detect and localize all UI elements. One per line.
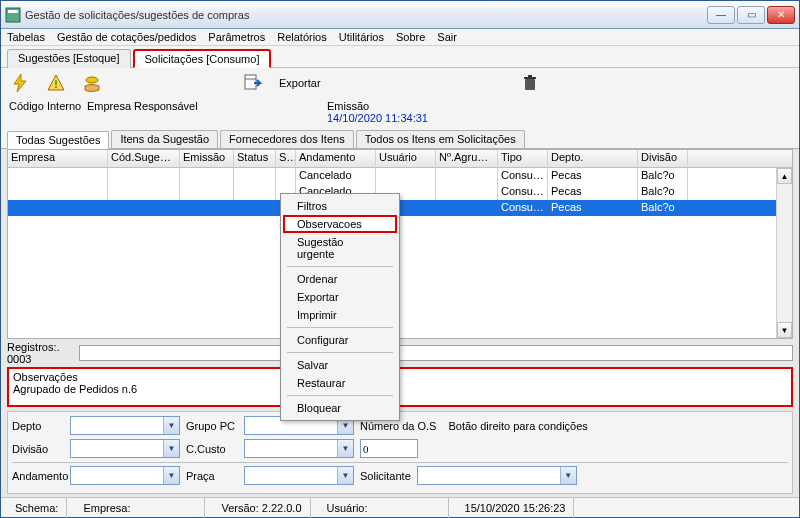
export-label[interactable]: Exportar — [279, 77, 321, 89]
ctx-observacoes[interactable]: Observacoes — [283, 215, 397, 233]
andamento-label: Andamento — [12, 470, 64, 482]
chevron-down-icon[interactable]: ▼ — [163, 467, 179, 484]
ctx-separator — [287, 395, 393, 396]
menu-parametros[interactable]: Parâmetros — [208, 31, 265, 43]
table-row[interactable]: Cancelado ConsumoPecasBalc?o — [8, 184, 792, 200]
solicitante-label: Solicitante — [360, 470, 411, 482]
divisao-combo[interactable]: ▼ — [70, 439, 180, 458]
codigo-interno-label: Código Interno — [9, 100, 87, 124]
context-menu: Filtros Observacoes Sugestão urgente Ord… — [280, 193, 400, 421]
col-sc[interactable]: SC — [276, 150, 296, 166]
svg-rect-10 — [528, 75, 532, 77]
table-row[interactable]: Cancelado ConsumoPecasBalc?o — [8, 168, 792, 184]
chevron-down-icon[interactable]: ▼ — [560, 467, 576, 484]
svg-rect-1 — [8, 10, 18, 13]
numero-os-input[interactable] — [360, 439, 418, 458]
emissao-value: 14/10/2020 11:34:31 — [327, 112, 428, 124]
ccusto-combo[interactable]: ▼ — [244, 439, 354, 458]
menu-sair[interactable]: Sair — [437, 31, 457, 43]
svg-marker-2 — [14, 74, 26, 92]
chevron-down-icon[interactable]: ▼ — [337, 440, 353, 457]
window-title: Gestão de solicitações/sugestões de comp… — [25, 9, 707, 21]
menu-relatorios[interactable]: Relatórios — [277, 31, 327, 43]
grid-scrollbar[interactable]: ▲ ▼ — [776, 168, 792, 338]
col-cod-sugestao[interactable]: Cód.Sugestão — [108, 150, 180, 166]
svg-rect-9 — [524, 77, 536, 79]
ctx-imprimir[interactable]: Imprimir — [283, 306, 397, 324]
observacoes-title: Observações — [13, 371, 787, 383]
menu-sobre[interactable]: Sobre — [396, 31, 425, 43]
col-emissao[interactable]: Emissão — [180, 150, 234, 166]
maximize-button[interactable]: ▭ — [737, 6, 765, 24]
registros-field[interactable] — [79, 345, 793, 361]
col-andamento[interactable]: Andamento — [296, 150, 376, 166]
col-tipo[interactable]: Tipo — [498, 150, 548, 166]
gtab-fornecedores[interactable]: Fornecedores dos Itens — [220, 130, 354, 148]
table-row[interactable]: Com Pedido ConsumoPecasBalc?o — [8, 200, 792, 216]
data-grid[interactable]: Empresa Cód.Sugestão Emissão Status SC A… — [7, 149, 793, 339]
grid-tab-strip: Todas Sugestões Itens da Sugestão Fornec… — [1, 130, 799, 149]
ctx-salvar[interactable]: Salvar — [283, 356, 397, 374]
andamento-combo[interactable]: ▼ — [70, 466, 180, 485]
col-status[interactable]: Status — [234, 150, 276, 166]
divisao-label: Divisão — [12, 443, 64, 455]
tab-sugestoes-estoque[interactable]: Sugestões [Estoque] — [7, 49, 131, 68]
gtab-itens-sugestao[interactable]: Itens da Sugestão — [111, 130, 218, 148]
trash-icon[interactable] — [519, 72, 541, 94]
tab-solicitacoes-consumo[interactable]: Solicitações [Consumo] — [133, 49, 272, 68]
info-bar: Código Interno Empresa Responsável Emiss… — [1, 98, 799, 130]
registros-value: 0003 — [7, 353, 31, 365]
toolbar: Exportar — [1, 68, 799, 98]
ctx-bloquear[interactable]: Bloquear — [283, 399, 397, 417]
ccusto-label: C.Custo — [186, 443, 238, 455]
svg-point-6 — [86, 77, 98, 83]
menu-bar: Tabelas Gestão de cotações/pedidos Parâm… — [1, 29, 799, 46]
praca-combo[interactable]: ▼ — [244, 466, 354, 485]
grupo-pc-label: Grupo PC — [186, 420, 238, 432]
registros-label: Registros:. — [7, 341, 60, 353]
solicitante-combo[interactable]: ▼ — [417, 466, 577, 485]
col-n-agrupada[interactable]: Nº.Agrupada — [436, 150, 498, 166]
menu-gestao[interactable]: Gestão de cotações/pedidos — [57, 31, 196, 43]
emissao-label: Emissão — [327, 100, 428, 112]
col-depto[interactable]: Depto. — [548, 150, 638, 166]
export-icon[interactable] — [241, 72, 263, 94]
ctx-separator — [287, 327, 393, 328]
svg-rect-4 — [55, 80, 57, 85]
app-icon — [5, 7, 21, 23]
observacoes-panel: Observações Agrupado de Pedidos n.6 — [7, 367, 793, 407]
status-versao: Versão: 2.22.0.0 — [213, 498, 310, 518]
close-button[interactable]: ✕ — [767, 6, 795, 24]
minimize-button[interactable]: — — [707, 6, 735, 24]
gtab-todas-sugestoes[interactable]: Todas Sugestões — [7, 131, 109, 149]
depto-combo[interactable]: ▼ — [70, 416, 180, 435]
ctx-ordenar[interactable]: Ordenar — [283, 270, 397, 288]
flash-icon[interactable] — [9, 72, 31, 94]
chevron-down-icon[interactable]: ▼ — [163, 417, 179, 434]
col-usuario[interactable]: Usuário — [376, 150, 436, 166]
hand-coin-icon[interactable] — [81, 72, 103, 94]
ctx-filtros[interactable]: Filtros — [283, 197, 397, 215]
ctx-restaurar[interactable]: Restaurar — [283, 374, 397, 392]
menu-tabelas[interactable]: Tabelas — [7, 31, 45, 43]
ctx-configurar[interactable]: Configurar — [283, 331, 397, 349]
svg-rect-5 — [55, 86, 57, 88]
scroll-down-icon[interactable]: ▼ — [777, 322, 792, 338]
ctx-separator — [287, 352, 393, 353]
grid-header: Empresa Cód.Sugestão Emissão Status SC A… — [8, 150, 792, 168]
warn-icon[interactable] — [45, 72, 67, 94]
col-divisao[interactable]: Divisão — [638, 150, 688, 166]
gtab-todos-itens[interactable]: Todos os Itens em Solicitações — [356, 130, 525, 148]
chevron-down-icon[interactable]: ▼ — [337, 467, 353, 484]
ctx-sugestao-urgente[interactable]: Sugestão urgente — [283, 233, 397, 263]
praca-label: Praça — [186, 470, 238, 482]
status-datetime: 15/10/2020 15:26:23 — [457, 498, 575, 518]
status-usuario: Usuário: — [319, 498, 449, 518]
menu-utilitarios[interactable]: Utilitários — [339, 31, 384, 43]
status-bar: Schema: Empresa: Versão: 2.22.0.0 Usuári… — [1, 497, 799, 517]
empresa-responsavel-label: Empresa Responsável — [87, 100, 327, 124]
ctx-exportar[interactable]: Exportar — [283, 288, 397, 306]
chevron-down-icon[interactable]: ▼ — [163, 440, 179, 457]
scroll-up-icon[interactable]: ▲ — [777, 168, 792, 184]
col-empresa[interactable]: Empresa — [8, 150, 108, 166]
